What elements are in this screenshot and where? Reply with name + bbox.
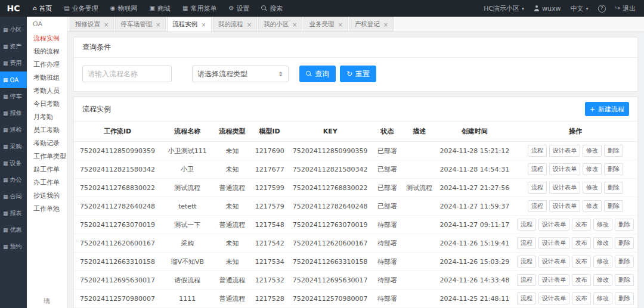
sidebar-item[interactable]: ▦资产 bbox=[0, 38, 27, 55]
community-selector[interactable]: HC演示小区 ▾ bbox=[484, 4, 524, 13]
sidebar-item[interactable]: ▦费用 bbox=[0, 55, 27, 71]
topmenu-item[interactable]: ▣商城 bbox=[144, 0, 177, 17]
submenu-item[interactable]: 员工考勤 bbox=[27, 124, 67, 137]
sidebar-item[interactable]: ▦合同 bbox=[0, 188, 27, 205]
action-button[interactable]: 设计表单 bbox=[538, 293, 569, 304]
tab[interactable]: 流程实例× bbox=[167, 17, 211, 32]
action-button[interactable]: 流程 bbox=[528, 182, 547, 194]
action-button[interactable]: 删除 bbox=[615, 219, 634, 231]
tab[interactable]: 业务受理× bbox=[304, 17, 348, 32]
action-button[interactable]: 修改 bbox=[583, 163, 602, 175]
sidebar-item[interactable]: ▦采购 bbox=[0, 138, 27, 155]
action-button[interactable]: 删除 bbox=[615, 256, 634, 267]
sidebar-item[interactable]: ▦设备 bbox=[0, 155, 27, 172]
submenu-item[interactable]: 考勤班组 bbox=[27, 71, 67, 85]
action-button[interactable]: 设计表单 bbox=[538, 256, 569, 267]
submenu-item[interactable]: 工作办理 bbox=[27, 58, 67, 71]
action-button[interactable]: 设计表单 bbox=[549, 145, 580, 157]
action-button[interactable]: 发布 bbox=[572, 237, 591, 249]
close-icon[interactable]: × bbox=[156, 21, 160, 28]
close-icon[interactable]: × bbox=[247, 21, 252, 28]
new-process-button[interactable]: + 新建流程 bbox=[585, 102, 629, 116]
action-button[interactable]: 设计表单 bbox=[538, 237, 569, 249]
action-button[interactable]: 流程 bbox=[528, 145, 547, 157]
action-button[interactable]: 流程 bbox=[517, 237, 536, 249]
action-button[interactable]: 设计表单 bbox=[549, 182, 580, 194]
sidebar-item[interactable]: ▦巡检 bbox=[0, 122, 27, 138]
submenu-item[interactable]: 我的流程 bbox=[27, 45, 67, 58]
close-icon[interactable]: × bbox=[292, 21, 297, 28]
action-button[interactable]: 修改 bbox=[593, 237, 612, 249]
action-button[interactable]: 流程 bbox=[528, 200, 547, 212]
action-button[interactable]: 流程 bbox=[517, 293, 536, 304]
topmenu-item[interactable]: 搜索 bbox=[255, 0, 289, 17]
submenu-item[interactable]: 抄送我的 bbox=[27, 189, 67, 203]
action-button[interactable]: 修改 bbox=[593, 293, 612, 304]
action-button[interactable]: 修改 bbox=[593, 219, 612, 231]
logout-button[interactable]: ↪ 退出 bbox=[615, 4, 636, 13]
sidebar-item[interactable]: ▦优惠 bbox=[0, 222, 27, 238]
tab[interactable]: 停车场管理× bbox=[115, 17, 166, 32]
sidebar-item[interactable]: ▦报修 bbox=[0, 105, 27, 122]
tab[interactable]: 报修设置× bbox=[70, 17, 114, 32]
submenu-item[interactable]: 考勤记录 bbox=[27, 137, 67, 150]
app-logo[interactable]: HC bbox=[0, 4, 27, 13]
process-type-select[interactable]: 请选择流程类型 ⇕ bbox=[192, 66, 289, 82]
submenu-item[interactable]: 办工作单 bbox=[27, 176, 67, 189]
action-button[interactable]: 流程 bbox=[517, 219, 536, 231]
tab[interactable]: 我的流程× bbox=[213, 17, 257, 32]
reset-button[interactable]: ↻ 重置 bbox=[340, 66, 376, 82]
action-button[interactable]: 修改 bbox=[593, 256, 612, 267]
language-selector[interactable]: 中文 ▾ bbox=[571, 4, 589, 13]
search-button[interactable]: 查询 bbox=[299, 66, 336, 82]
action-button[interactable]: 设计表单 bbox=[538, 274, 569, 286]
submenu-item[interactable]: 今日考勤 bbox=[27, 98, 67, 111]
sidebar-item[interactable]: ▦小区 bbox=[0, 21, 27, 38]
close-icon[interactable]: × bbox=[383, 21, 388, 28]
action-button[interactable]: 删除 bbox=[604, 163, 623, 175]
action-button[interactable]: 发布 bbox=[572, 274, 591, 286]
submenu-item[interactable]: 工作单类型 bbox=[27, 150, 67, 163]
action-button[interactable]: 修改 bbox=[583, 200, 602, 212]
sidebar-item[interactable]: ▦停车 bbox=[0, 88, 27, 105]
action-button[interactable]: 发布 bbox=[572, 256, 591, 267]
action-button[interactable]: 流程 bbox=[528, 163, 547, 175]
topmenu-item[interactable]: ▦常用菜单 bbox=[177, 0, 222, 17]
tab[interactable]: 我的小区× bbox=[258, 17, 302, 32]
action-button[interactable]: 设计表单 bbox=[549, 200, 580, 212]
action-button[interactable]: 删除 bbox=[604, 182, 623, 194]
action-button[interactable]: 设计表单 bbox=[549, 163, 580, 175]
submenu-item[interactable]: 月考勤 bbox=[27, 111, 67, 124]
action-button[interactable]: 修改 bbox=[583, 182, 602, 194]
action-button[interactable]: 发布 bbox=[572, 219, 591, 231]
topmenu-item[interactable]: ◉物联网 bbox=[104, 0, 144, 17]
action-button[interactable]: 修改 bbox=[583, 145, 602, 157]
submenu-item[interactable]: 考勤人员 bbox=[27, 85, 67, 98]
topmenu-item[interactable]: ▤业务受理 bbox=[58, 0, 104, 17]
action-button[interactable]: 删除 bbox=[615, 274, 634, 286]
submenu-item[interactable]: 起工作单 bbox=[27, 163, 67, 176]
action-button[interactable]: 设计表单 bbox=[538, 219, 569, 231]
sidebar-item[interactable]: ▦OA bbox=[0, 71, 27, 88]
action-button[interactable]: 删除 bbox=[604, 200, 623, 212]
sidebar-item[interactable]: ▦报表 bbox=[0, 205, 27, 222]
close-icon[interactable]: × bbox=[201, 21, 206, 28]
close-icon[interactable]: × bbox=[338, 21, 342, 28]
tab[interactable]: 产权登记× bbox=[349, 17, 394, 32]
submenu-item[interactable]: 流程实例 bbox=[27, 32, 67, 45]
topmenu-item[interactable]: ⌂首页 bbox=[27, 0, 58, 17]
sidebar-item[interactable]: ▦预约 bbox=[0, 238, 27, 255]
submenu-item[interactable]: 工作单池 bbox=[27, 203, 67, 216]
topmenu-item[interactable]: ⚙设置 bbox=[222, 0, 255, 17]
action-button[interactable]: 流程 bbox=[517, 256, 536, 267]
user-menu[interactable]: wuxw bbox=[534, 5, 561, 13]
process-name-input[interactable] bbox=[82, 66, 172, 82]
action-button[interactable]: 流程 bbox=[517, 274, 536, 286]
action-button[interactable]: 删除 bbox=[615, 293, 634, 304]
sidebar-item[interactable]: ▦办公 bbox=[0, 172, 27, 188]
action-button[interactable]: 发布 bbox=[572, 293, 591, 304]
close-icon[interactable]: × bbox=[104, 21, 109, 28]
action-button[interactable]: 删除 bbox=[604, 145, 623, 157]
help-button[interactable]: ? bbox=[598, 5, 606, 13]
action-button[interactable]: 修改 bbox=[593, 274, 612, 286]
